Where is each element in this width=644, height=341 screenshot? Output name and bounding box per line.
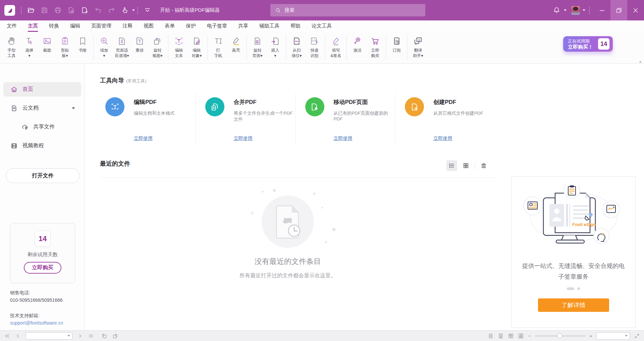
minimize-button[interactable] xyxy=(594,0,610,20)
clipboard-button[interactable]: 剪贴板▾ xyxy=(56,32,74,58)
zoom-button[interactable]: 缩放▾ xyxy=(95,32,113,58)
card-edit-pdf[interactable]: 编辑PDF 编辑文档和文本格式 立即使用 xyxy=(100,94,196,144)
menu-file[interactable]: 文件 xyxy=(7,20,17,32)
restore-button[interactable] xyxy=(610,0,627,20)
menu-page-management[interactable]: 页面管理 xyxy=(91,20,111,32)
select-tool-button[interactable]: 选择▾ xyxy=(20,32,38,58)
zoom-slider-thumb[interactable] xyxy=(557,333,562,338)
menu-view[interactable]: 视图 xyxy=(144,20,154,32)
undo-icon[interactable] xyxy=(91,3,105,18)
buy-now-pill-button[interactable]: 立即购买 xyxy=(24,262,61,274)
edit-text-button[interactable]: 编辑文本 xyxy=(170,32,188,58)
learn-more-button[interactable]: 了解详情 xyxy=(538,298,609,312)
touch-mode-icon[interactable] xyxy=(118,3,131,18)
last-page-icon[interactable] xyxy=(88,333,94,339)
scroll-up-arrow[interactable]: ▲ xyxy=(639,60,642,63)
menu-form[interactable]: 表单 xyxy=(165,20,175,32)
rotate-pages-button[interactable]: 旋转页面▾ xyxy=(249,32,266,58)
touch-mode-dropdown-icon[interactable] xyxy=(132,9,135,11)
menu-protect[interactable]: 保护 xyxy=(186,20,196,32)
tools-section-subtitle: (常用工具) xyxy=(126,78,147,83)
sidebar-item-video-tutorials[interactable]: 视频教程 xyxy=(3,138,81,153)
previous-view-icon[interactable] xyxy=(101,333,107,339)
clear-recent-button[interactable] xyxy=(478,160,489,171)
customize-toolbar-icon[interactable] xyxy=(141,3,154,18)
continuous-view-icon[interactable] xyxy=(498,333,504,339)
sidebar-item-cloud-docs[interactable]: 云文档 xyxy=(3,101,81,115)
list-view-button[interactable] xyxy=(446,160,457,171)
next-view-icon[interactable] xyxy=(112,333,118,339)
shared-cloud-icon xyxy=(21,123,29,131)
redo-icon[interactable] xyxy=(105,3,118,18)
card-merge-pdf[interactable]: 合并PDF 将多个文件合并生成一个PDF文件 立即使用 xyxy=(196,94,296,144)
zoom-in-button[interactable]: + xyxy=(589,333,592,338)
activate-button[interactable]: 激活 xyxy=(348,32,366,53)
menu-edit[interactable]: 编辑 xyxy=(70,20,80,32)
use-now-link[interactable]: 立即使用 xyxy=(134,135,175,141)
single-page-view-icon[interactable] xyxy=(488,333,494,339)
insert-button[interactable]: 插入▾ xyxy=(266,32,284,58)
page-number-combobox[interactable] xyxy=(25,332,72,340)
pagination-dot-active[interactable] xyxy=(567,287,574,290)
account-dropdown-icon[interactable] xyxy=(583,9,585,11)
card-create-pdf[interactable]: 创建PDF 从其它格式文件创建PDF 立即使用 xyxy=(395,94,495,144)
facing-continuous-view-icon[interactable] xyxy=(518,333,524,339)
menu-share[interactable]: 共享 xyxy=(238,20,248,32)
print-icon[interactable] xyxy=(51,3,64,18)
open-file-icon[interactable] xyxy=(24,3,38,18)
card-move-pdf-pages[interactable]: 移动PDF页面 从已有的PDF页面创建新的PDF 立即使用 xyxy=(296,94,395,144)
notifications-dropdown-icon[interactable] xyxy=(564,9,567,11)
pagination-dot[interactable] xyxy=(577,287,580,290)
subscribe-button[interactable]: 订阅 xyxy=(388,32,406,53)
save-icon[interactable] xyxy=(38,3,51,18)
menu-home[interactable]: 主页 xyxy=(28,20,38,32)
first-page-icon[interactable] xyxy=(4,333,10,339)
use-now-link[interactable]: 立即使用 xyxy=(433,135,483,141)
hand-tool-button[interactable]: 手型工具 xyxy=(3,32,20,58)
fullscreen-icon[interactable] xyxy=(634,333,640,339)
create-pdf-icon[interactable] xyxy=(78,3,91,18)
translate-assistant-button[interactable]: A 翻译助手▾ xyxy=(409,32,427,58)
buy-now-button[interactable]: 立即购买 xyxy=(366,32,384,58)
sidebar-item-shared-files[interactable]: 共享文件 xyxy=(3,120,81,134)
menu-paper-tools[interactable]: 论文工具 xyxy=(312,20,332,32)
menu-help[interactable]: 帮助 xyxy=(290,20,301,32)
trial-badge-button[interactable]: 正在试用期 立即购买！ 14 xyxy=(563,36,613,52)
menu-convert[interactable]: 转换 xyxy=(49,20,59,32)
titlebar-separator xyxy=(21,6,21,14)
quick-ocr-button[interactable]: OCR 快速识别 xyxy=(306,32,323,58)
use-now-link[interactable]: 立即使用 xyxy=(334,135,395,141)
support-email-link[interactable]: support@foxitsoftware.cn xyxy=(10,319,63,327)
search-input[interactable]: 搜索 xyxy=(270,4,425,16)
edit-object-button[interactable]: 编辑对象▾ xyxy=(188,32,206,58)
typewriter-button[interactable]: 打字机 xyxy=(209,32,227,58)
user-avatar[interactable] xyxy=(571,6,580,15)
zoom-level-combobox[interactable] xyxy=(596,332,630,340)
notifications-bell-icon[interactable] xyxy=(550,3,563,18)
close-button[interactable] xyxy=(627,0,644,20)
page-organize-icon[interactable] xyxy=(64,3,78,18)
bookmark-button[interactable]: 书签 xyxy=(74,32,92,53)
fill-sign-button[interactable]: 填写&签名 xyxy=(327,32,345,58)
zoom-out-button[interactable]: − xyxy=(528,333,531,338)
menu-accessibility[interactable]: 辅助工具 xyxy=(259,20,279,32)
previous-page-icon[interactable] xyxy=(15,333,21,339)
sidebar-item-home[interactable]: 首页 xyxy=(3,82,81,97)
reflow-button[interactable]: 重排 xyxy=(131,32,149,53)
menu-comment[interactable]: 注释 xyxy=(122,20,132,32)
snapshot-button[interactable]: 截图 xyxy=(38,32,56,53)
facing-view-icon[interactable] xyxy=(508,333,514,339)
grid-view-button[interactable] xyxy=(461,160,471,171)
support-email-label: 技术支持邮箱: xyxy=(10,312,63,319)
cloud-docs-collapse-icon[interactable] xyxy=(72,107,75,109)
from-scanner-button[interactable]: 从扫描仪▾ xyxy=(288,32,306,58)
highlight-button[interactable]: 高亮 xyxy=(227,32,245,53)
rotate-view-button[interactable]: 旋转视图▾ xyxy=(149,32,166,58)
use-now-link[interactable]: 立即使用 xyxy=(234,135,296,141)
translate-icon: A xyxy=(413,36,423,46)
open-file-button[interactable]: 打开文件 xyxy=(6,168,79,183)
page-fit-button[interactable]: 页面适应选项▾ xyxy=(113,32,131,58)
zoom-slider[interactable] xyxy=(535,334,585,338)
menu-esign[interactable]: 电子签章 xyxy=(207,20,227,32)
next-page-icon[interactable] xyxy=(77,333,83,339)
